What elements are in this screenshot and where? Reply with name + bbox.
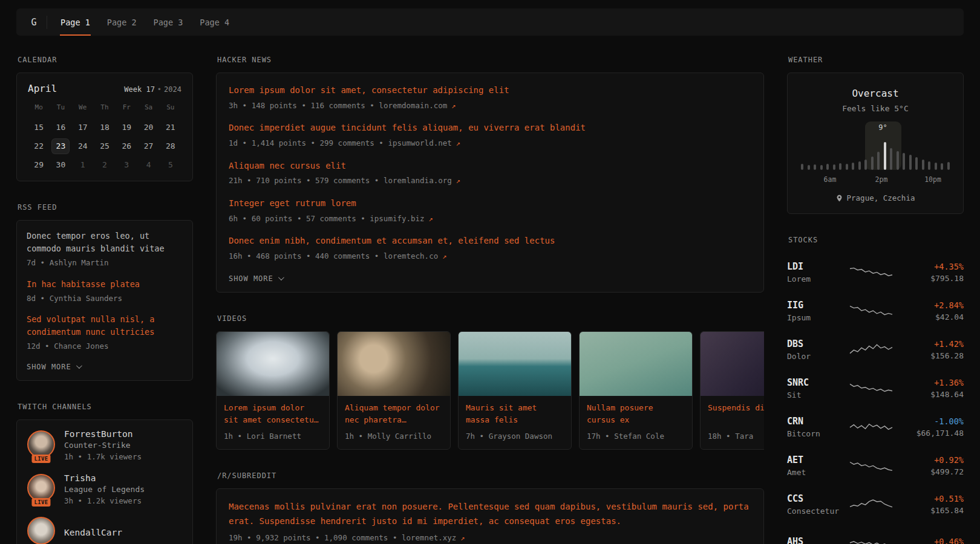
hackernews-item-domain[interactable]: loremlandia.org xyxy=(384,176,452,185)
rss-item-title[interactable]: Donec tempor eros leo, ut commodo mauris… xyxy=(27,230,183,255)
stock-sparkline xyxy=(846,458,896,473)
twitch-channel-name: KendallCarr xyxy=(64,528,122,537)
hackernews-item-domain[interactable]: loremdomain.com xyxy=(379,101,447,110)
weather-bar xyxy=(928,161,930,170)
stocks-list: LDI Lorem +4.35% $795.18 IIG Ips xyxy=(787,253,964,544)
rss-item-title[interactable]: In hac habitasse platea xyxy=(27,278,183,291)
subreddit-post-domain[interactable]: loremnet.xyz xyxy=(402,533,456,542)
stock-change: +2.84% xyxy=(896,300,964,310)
stock-row[interactable]: DBS Dolor +1.42% $156.28 xyxy=(787,330,964,369)
calendar-widget: CALENDAR April Week 17•2024 MoTuWeThFrSa… xyxy=(16,56,193,181)
hackernews-item-stats: 16h • 468 points • 440 comments • xyxy=(229,251,384,261)
calendar-week-year: Week 17•2024 xyxy=(124,85,181,94)
calendar-day: 2 xyxy=(96,158,113,172)
external-link-icon[interactable]: ↗ xyxy=(456,139,460,147)
video-title[interactable]: Mauris sit amet massa felis xyxy=(466,402,564,427)
subreddit-post-title[interactable]: Maecenas mollis pulvinar erat non posuer… xyxy=(229,500,751,528)
rss-widget-title: RSS FEED xyxy=(18,203,193,212)
twitch-channel[interactable]: LIVE Trisha League of Legends 3h • 1.2k … xyxy=(27,473,183,507)
calendar-day: 1 xyxy=(74,158,91,172)
twitch-channel-name: ForrestBurton xyxy=(64,429,142,439)
stock-identity: CCS Consectetur xyxy=(787,493,846,516)
hackernews-item-stats: 1d • 1,414 points • 299 comments • xyxy=(229,138,388,147)
logo-divider xyxy=(47,16,47,29)
stock-row[interactable]: CRN Bitcorn -1.00% $66,171.48 xyxy=(787,407,964,446)
hackernews-item-domain[interactable]: ipsumify.biz xyxy=(370,214,424,223)
stock-row[interactable]: AHS +0.46% xyxy=(787,523,964,544)
calendar-day: 16 xyxy=(52,120,69,135)
page-tab[interactable]: Page 1 xyxy=(52,8,99,36)
show-more-button[interactable]: SHOW MORE xyxy=(27,361,80,372)
weather-card: Overcast Feels like 5°C 9° 6am 2pm 10pm xyxy=(787,73,964,214)
twitch-channel-meta: 3h • 1.2k viewers xyxy=(64,496,145,507)
twitch-channel[interactable]: LIVE ForrestBurton Counter-Strike 1h • 1… xyxy=(27,429,183,463)
rss-item-title[interactable]: Sed volutpat nulla nisl, a condimentum n… xyxy=(27,313,183,338)
hackernews-item-meta: 6h • 60 points • 57 comments • ipsumify.… xyxy=(229,213,751,225)
stock-ticker: AHS xyxy=(787,536,846,544)
video-card[interactable]: Nullam posuere cursus ex 17h • Stefan Co… xyxy=(579,331,693,450)
calendar-day: 26 xyxy=(118,139,135,154)
weather-bar xyxy=(871,157,874,170)
calendar-day: 3 xyxy=(118,158,135,172)
stock-row[interactable]: AET Amet +0.92% $499.72 xyxy=(787,446,964,485)
external-link-icon[interactable]: ↗ xyxy=(429,215,433,223)
stock-sparkline xyxy=(846,303,896,319)
show-more-button[interactable]: SHOW MORE xyxy=(229,273,283,284)
hackernews-item-domain[interactable]: ipsumworld.net xyxy=(388,138,451,147)
external-link-icon[interactable]: ↗ xyxy=(460,534,465,542)
video-title[interactable]: Suspendis diam xyxy=(708,402,764,427)
right-column: WEATHER Overcast Feels like 5°C 9° 6am 2… xyxy=(787,56,964,544)
stock-price: $499.72 xyxy=(896,467,964,476)
twitch-channel[interactable]: KendallCarr xyxy=(27,517,183,544)
middle-column: HACKER NEWS Lorem ipsum dolor sit amet, … xyxy=(216,56,764,544)
stock-name: Bitcorn xyxy=(787,429,846,438)
weather-bar xyxy=(897,151,899,170)
stock-name: Lorem xyxy=(787,274,846,283)
calendar-day: 5 xyxy=(162,158,179,172)
stock-row[interactable]: SNRC Sit +1.36% $148.64 xyxy=(787,369,964,407)
video-title[interactable]: Nullam posuere cursus ex xyxy=(587,402,685,427)
stock-change: +0.46% xyxy=(896,537,964,544)
video-card[interactable]: Suspendis diam 18h • Tara xyxy=(700,331,764,450)
avatar-image xyxy=(27,517,55,544)
stock-change: +4.35% xyxy=(896,262,964,271)
weather-bar xyxy=(846,164,848,170)
stock-price: $42.04 xyxy=(896,312,964,322)
hackernews-item-title[interactable]: Donec enim nibh, condimentum et accumsan… xyxy=(229,235,751,247)
video-card-body: Suspendis diam 18h • Tara xyxy=(701,396,764,450)
stock-row[interactable]: IIG Ipsum +2.84% $42.04 xyxy=(787,291,964,330)
left-column: CALENDAR April Week 17•2024 MoTuWeThFrSa… xyxy=(16,56,193,544)
hackernews-item-title[interactable]: Aliquam nec cursus elit xyxy=(229,160,751,172)
video-card[interactable]: Lorem ipsum dolor sit amet consectetu… 1… xyxy=(216,331,330,450)
app-logo[interactable]: G xyxy=(24,17,44,28)
stock-ticker: IIG xyxy=(787,300,846,311)
chevron-down-icon xyxy=(278,274,284,280)
stock-row[interactable]: CCS Consectetur +0.51% $165.84 xyxy=(787,485,964,523)
video-card-body: Nullam posuere cursus ex 17h • Stefan Co… xyxy=(580,396,692,450)
weather-bar xyxy=(941,163,943,170)
hackernews-item-title[interactable]: Donec imperdiet augue tincidunt felis al… xyxy=(229,122,751,134)
page-tab[interactable]: Page 3 xyxy=(145,8,192,36)
stock-name: Amet xyxy=(787,468,846,477)
page-tab[interactable]: Page 2 xyxy=(99,8,145,36)
page-tab[interactable]: Page 4 xyxy=(191,8,238,36)
external-link-icon[interactable]: ↗ xyxy=(451,102,456,110)
weather-time-label: 10pm xyxy=(924,175,941,184)
video-meta: 7h • Grayson Dawson xyxy=(466,431,564,442)
external-link-icon[interactable]: ↗ xyxy=(456,176,460,185)
external-link-icon[interactable]: ↗ xyxy=(442,252,446,261)
video-title[interactable]: Aliquam tempor dolor nec pharetra… xyxy=(345,402,443,427)
stock-change: +0.92% xyxy=(896,455,964,465)
hackernews-item-title[interactable]: Integer eget rutrum lorem xyxy=(229,198,751,210)
hackernews-item-title[interactable]: Lorem ipsum dolor sit amet, consectetur … xyxy=(229,85,751,97)
hackernews-item-domain[interactable]: loremtech.co xyxy=(384,251,438,261)
calendar-header: April Week 17•2024 xyxy=(28,83,181,94)
video-thumbnail xyxy=(338,332,450,396)
video-title[interactable]: Lorem ipsum dolor sit amet consectetu… xyxy=(224,402,322,427)
live-badge: LIVE xyxy=(31,455,50,463)
stock-row[interactable]: LDI Lorem +4.35% $795.18 xyxy=(787,253,964,291)
video-card[interactable]: Aliquam tempor dolor nec pharetra… 1h • … xyxy=(337,331,451,450)
twitch-list: LIVE ForrestBurton Counter-Strike 1h • 1… xyxy=(27,429,183,544)
video-card[interactable]: Mauris sit amet massa felis 7h • Grayson… xyxy=(458,331,572,450)
weather-widget: WEATHER Overcast Feels like 5°C 9° 6am 2… xyxy=(787,56,964,214)
